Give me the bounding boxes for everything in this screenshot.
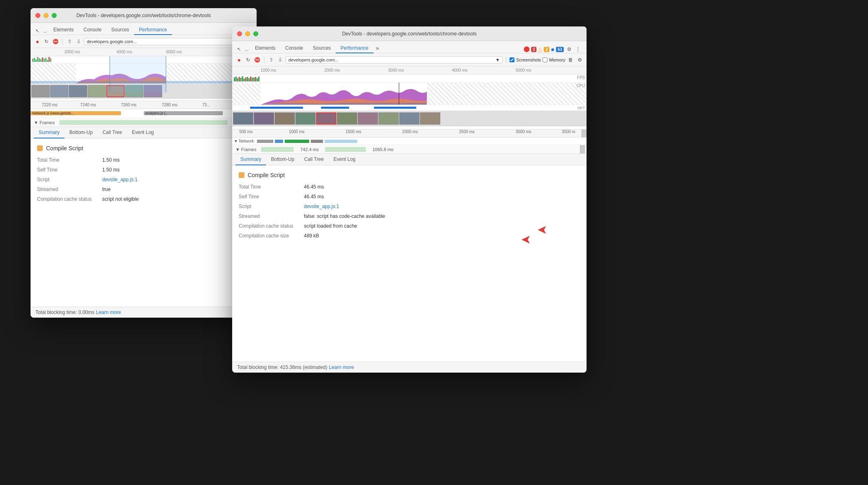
- download-icon-2[interactable]: ⇩: [277, 56, 284, 64]
- tab-bottomup-1[interactable]: Bottom-Up: [64, 127, 97, 138]
- self-time-row-2: Self Time 46.45 ms: [239, 193, 580, 200]
- minimize-button-1[interactable]: [44, 13, 48, 18]
- more-icon-2[interactable]: ⋮: [574, 46, 582, 53]
- url-bar-2: developers.google.com... ▼: [286, 56, 503, 64]
- tab-eventlog-1[interactable]: Event Log: [127, 127, 159, 138]
- memory-checkbox-input[interactable]: [543, 57, 547, 62]
- cursor-icon-2[interactable]: ↖: [235, 46, 243, 53]
- trash-icon-2[interactable]: 🗑: [567, 56, 574, 64]
- streamed-row-2: Streamed false: script has code-cache av…: [239, 213, 580, 220]
- total-time-value-1: 1.50 ms: [102, 156, 120, 164]
- cache-status-row-1: Compilation cache status script not elig…: [37, 195, 250, 203]
- total-time-row-1: Total Time 1.50 ms: [37, 156, 250, 164]
- fps-label-2: FPS: [577, 75, 585, 80]
- toolbar-1: ● ↻ ⛔ ⇧ ⇩ developers.google.com... ▼: [31, 35, 257, 48]
- hatch-cpu-right: [427, 83, 587, 105]
- total-time-label-1: Total Time: [37, 156, 102, 164]
- tab-console-1[interactable]: Console: [79, 25, 106, 35]
- frames-label-2: ▼ Frames: [235, 147, 256, 152]
- memory-checkbox[interactable]: Memory: [543, 57, 565, 62]
- scroll-right[interactable]: [580, 145, 585, 154]
- tab-elements-2[interactable]: Elements: [250, 44, 280, 53]
- maximize-button-2[interactable]: [253, 31, 258, 36]
- record-icon-2[interactable]: ●: [235, 56, 243, 64]
- close-button-1[interactable]: [35, 13, 40, 18]
- cpu-waveform-2: [261, 84, 427, 105]
- tick-2000: 2000 ms: [64, 50, 80, 54]
- close-button-2[interactable]: [237, 31, 242, 36]
- error-icon-2: [524, 46, 530, 52]
- cache-status-value-2: script loaded from cache: [304, 222, 357, 230]
- cache-size-value-2: 489 kB: [304, 232, 319, 239]
- cpu-row-2: CPU: [232, 83, 587, 105]
- cache-size-label-2: Compilation cache size: [239, 232, 304, 239]
- upload-icon-2[interactable]: ⇧: [268, 56, 275, 64]
- screenshots-checkbox-input[interactable]: [510, 57, 514, 62]
- streamed-label-2: Streamed: [239, 213, 304, 220]
- total-time-row-2: Total Time 46.45 ms: [239, 183, 580, 191]
- info-badge-2: 63: [556, 47, 564, 52]
- tab-bottomup-2[interactable]: Bottom-Up: [266, 154, 299, 165]
- tab-calltree-1[interactable]: Call Tree: [98, 127, 127, 138]
- settings-icon-2[interactable]: ⚙: [565, 46, 573, 53]
- tick-6000: 6000 ms: [166, 50, 182, 54]
- more-tabs-2[interactable]: »: [374, 43, 382, 53]
- minimize-button-2[interactable]: [245, 31, 250, 36]
- refresh-icon-2[interactable]: ↻: [244, 56, 252, 64]
- learn-more-link-1[interactable]: Learn more: [96, 309, 121, 315]
- tab-summary-1[interactable]: Summary: [34, 127, 64, 138]
- tab-performance-2[interactable]: Performance: [336, 44, 374, 53]
- refresh-icon-1[interactable]: ↻: [43, 38, 50, 45]
- devtools-tabs-2: ↖ ⎵ Elements Console Sources Performance…: [232, 41, 587, 53]
- self-time-row-1: Self Time 1.50 ms: [37, 166, 250, 173]
- script-row-1: Script devsite_app.js:1: [37, 176, 250, 183]
- tab-sources-1[interactable]: Sources: [106, 25, 134, 35]
- tab-performance-1[interactable]: Performance: [134, 25, 172, 35]
- self-time-label-1: Self Time: [37, 166, 102, 173]
- cursor-icon-1[interactable]: ↖: [34, 27, 41, 35]
- script-label-2: Script: [239, 203, 304, 210]
- window-title-1: DevTools - developers.google.com/web/too…: [76, 13, 211, 18]
- tab-sources-2[interactable]: Sources: [308, 44, 336, 53]
- settings2-icon-2[interactable]: ⚙: [576, 56, 583, 64]
- tab-calltree-2[interactable]: Call Tree: [299, 154, 329, 165]
- footer-text-1: Total blocking time: 0.00ms: [35, 309, 94, 315]
- clear-icon-2[interactable]: ⛔: [253, 56, 261, 64]
- net-bar-blue-2: [321, 107, 349, 109]
- timeline-ruler-2: 7220 ms 7240 ms 7260 ms 7280 ms 73...: [31, 101, 257, 109]
- learn-more-link-2[interactable]: Learn more: [329, 364, 354, 370]
- screenshots-checkbox[interactable]: Screenshots: [510, 57, 541, 62]
- tab-elements-1[interactable]: Elements: [48, 25, 79, 35]
- script-label-1: Script: [37, 176, 102, 183]
- frames-time-2a: 742.4 ms: [300, 147, 319, 152]
- frames-section-1: ▼ Frames 5148.8 ms: [31, 118, 257, 127]
- summary-title-1: Compile Script: [37, 145, 250, 151]
- mobile-icon-2[interactable]: ⎵: [243, 46, 250, 53]
- fps-bars-2: [232, 76, 574, 81]
- clear-icon-1[interactable]: ⛔: [52, 38, 59, 45]
- frames-bar-2a: [261, 147, 294, 152]
- script-link-1[interactable]: devsite_app.js:1: [102, 176, 138, 183]
- mobile-icon-1[interactable]: ⎵: [41, 27, 48, 35]
- script-link-2[interactable]: devsite_app.js:1: [304, 203, 339, 210]
- selection-1: [110, 56, 166, 92]
- compile-title-1: Compile Script: [46, 145, 83, 151]
- net-bar-blue-1: [250, 107, 303, 109]
- record-icon-1[interactable]: ●: [34, 38, 41, 45]
- summary-panel-1: Compile Script Total Time 1.50 ms Self T…: [31, 138, 257, 212]
- timeline-vis-1: 2000 ms 4000 ms 6000 ms FPS: [31, 48, 257, 101]
- hatch-left-1: [31, 64, 76, 83]
- tab-eventlog-2[interactable]: Event Log: [329, 154, 360, 165]
- url-text-2: developers.google.com...: [288, 57, 338, 62]
- compile-title-2: Compile Script: [248, 172, 285, 178]
- tab-console-2[interactable]: Console: [280, 44, 308, 53]
- download-icon-1[interactable]: ⇩: [75, 38, 82, 45]
- tab-summary-2[interactable]: Summary: [235, 154, 266, 165]
- tick-4000-2: 4000 ms: [452, 68, 467, 72]
- tick-3000: 3000 ms: [388, 68, 404, 72]
- scroll-indicator[interactable]: [582, 129, 587, 137]
- url-dropdown-icon-2[interactable]: ▼: [495, 57, 500, 62]
- upload-icon-1[interactable]: ⇧: [66, 38, 73, 45]
- maximize-button-1[interactable]: [52, 13, 57, 18]
- summary-panel-2: Compile Script Total Time 46.45 ms Self …: [232, 165, 587, 248]
